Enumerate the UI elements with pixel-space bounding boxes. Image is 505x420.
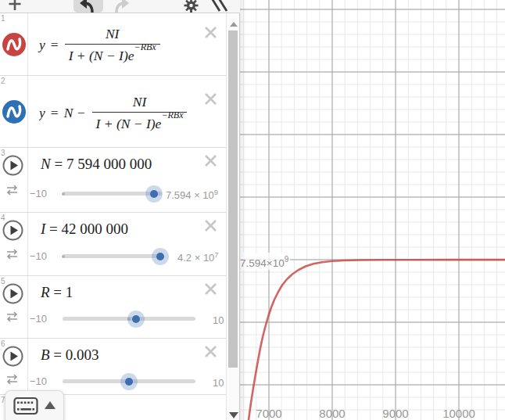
close-icon[interactable] bbox=[203, 92, 218, 106]
slider-variable: R bbox=[41, 284, 50, 300]
scrollbar-up-icon[interactable] bbox=[230, 22, 238, 27]
loop-direction-icon[interactable] bbox=[5, 311, 20, 322]
slider-max-base: 10 bbox=[213, 314, 224, 326]
curve-style-icon-red[interactable] bbox=[2, 33, 26, 56]
graph-grid bbox=[240, 0, 505, 420]
slider-min-label[interactable]: −10 bbox=[30, 250, 47, 262]
slider-max-base: 4.2 × 10 bbox=[177, 252, 214, 264]
equation-1[interactable]: y = NI I + (N − I)e−RBx bbox=[39, 21, 160, 68]
y-axis-tick-label: 7.594×109 bbox=[238, 253, 290, 270]
slider-expression[interactable]: I = 42 000 000 bbox=[41, 221, 128, 238]
slider-variable: N bbox=[41, 156, 51, 172]
slider-equals: = bbox=[49, 221, 58, 237]
slider-row: 3 N = 7 594 000 000 −10 7.594 × 109 bbox=[0, 148, 226, 213]
eq-denominator: I + (N − I)e−RBx bbox=[65, 44, 160, 64]
redo-icon[interactable] bbox=[112, 0, 129, 13]
expression-icon-column bbox=[0, 213, 28, 275]
slider-max-label[interactable]: 4.2 × 107 bbox=[177, 250, 219, 264]
slider-max-base: 7.594 × 10 bbox=[166, 189, 214, 201]
slider-max-exponent: 7 bbox=[214, 250, 218, 259]
expression-icon-column bbox=[0, 13, 28, 75]
expression-icon-column bbox=[0, 339, 28, 394]
play-icon[interactable] bbox=[2, 155, 23, 176]
eq-fraction: NI I + (N − I)e−RBx bbox=[92, 94, 188, 132]
equation-2[interactable]: y = N − NI I + (N − I)e−RBx bbox=[39, 88, 198, 137]
eq-denominator-base: I + (N − I)e bbox=[69, 47, 134, 63]
eq-equals: = bbox=[51, 37, 59, 53]
expression-row: 2 y = N − NI I + (N − I)e−RBx bbox=[0, 76, 226, 148]
slider-value: 7 594 000 000 bbox=[66, 156, 152, 172]
logistic-curve[interactable] bbox=[249, 260, 505, 420]
undo-icon bbox=[80, 0, 97, 13]
slider-handle[interactable] bbox=[125, 378, 133, 386]
slider-track[interactable] bbox=[63, 254, 163, 258]
slider-zero-marker bbox=[62, 192, 65, 196]
y-axis-tick-base: 7.594×10 bbox=[240, 257, 285, 269]
close-icon[interactable] bbox=[203, 153, 218, 168]
close-icon[interactable] bbox=[203, 344, 218, 359]
x-axis-tick-label: 8000 bbox=[307, 407, 357, 420]
slider-handle[interactable] bbox=[156, 253, 164, 260]
eq-denominator: I + (N − I)e−RBx bbox=[92, 112, 188, 132]
keyboard-icon[interactable] bbox=[13, 397, 38, 415]
slider-max-label[interactable]: 10 bbox=[213, 375, 224, 389]
hide-panel-icon[interactable] bbox=[208, 0, 228, 13]
slider-equals: = bbox=[53, 346, 62, 363]
expression-row: 1 y = NI I + (N − I)e−RBx bbox=[0, 13, 226, 76]
slider-expression[interactable]: B = 0.003 bbox=[41, 346, 99, 364]
loop-direction-icon[interactable] bbox=[5, 185, 20, 196]
slider-max-label[interactable]: 7.594 × 109 bbox=[166, 188, 218, 201]
keyboard-popup bbox=[5, 390, 64, 420]
curve-style-icon-blue[interactable] bbox=[2, 100, 26, 124]
play-icon[interactable] bbox=[2, 220, 23, 241]
graph-canvas[interactable]: 7000 8000 9000 10000 bbox=[240, 0, 505, 420]
slider-variable: I bbox=[41, 221, 45, 237]
slider-expression[interactable]: N = 7 594 000 000 bbox=[41, 156, 152, 173]
slider-expression[interactable]: R = 1 bbox=[41, 284, 73, 301]
scrollbar-thumb[interactable] bbox=[228, 31, 238, 368]
slider-max-base: 10 bbox=[213, 377, 224, 389]
close-icon[interactable] bbox=[203, 25, 218, 40]
slider-variable: B bbox=[41, 346, 50, 363]
undo-button[interactable] bbox=[73, 0, 103, 13]
y-axis-tick-exponent: 9 bbox=[285, 255, 289, 264]
play-icon[interactable] bbox=[2, 346, 23, 367]
collapse-keyboard-icon[interactable] bbox=[45, 401, 56, 409]
slider-zero-marker bbox=[62, 255, 65, 258]
eq-lhs: y bbox=[39, 105, 45, 121]
slider-row: 6 B = 0.003 −10 10 bbox=[0, 339, 226, 395]
slider-min-label[interactable]: −10 bbox=[30, 375, 47, 387]
x-axis-tick-label: 10000 bbox=[434, 407, 484, 420]
close-icon[interactable] bbox=[203, 282, 218, 296]
eq-denominator-base: I + (N − I)e bbox=[96, 115, 162, 131]
slider-min-label[interactable]: −10 bbox=[30, 313, 47, 325]
slider-equals: = bbox=[53, 284, 62, 300]
slider-row: 5 R = 1 −10 10 bbox=[0, 276, 226, 339]
expression-icon-column bbox=[0, 148, 28, 212]
scrollbar-down-icon[interactable] bbox=[229, 412, 238, 418]
close-icon[interactable] bbox=[203, 218, 218, 233]
eq-numerator: NI bbox=[130, 94, 150, 112]
x-axis-tick-label: 7000 bbox=[244, 407, 294, 420]
x-axis-tick-label: 9000 bbox=[371, 407, 421, 420]
loop-direction-icon[interactable] bbox=[5, 249, 20, 260]
add-expression-icon[interactable] bbox=[7, 0, 23, 13]
slider-handle[interactable] bbox=[132, 315, 140, 323]
expression-icon-column bbox=[0, 276, 28, 338]
slider-value: 1 bbox=[66, 284, 73, 300]
eq-equals: = bbox=[51, 105, 59, 121]
eq-numerator: NI bbox=[102, 26, 123, 44]
slider-min-label[interactable]: −10 bbox=[30, 188, 47, 199]
desmos-app: 7000 8000 9000 10000 7.594×109 bbox=[0, 0, 505, 420]
panel-scrollbar[interactable] bbox=[226, 13, 239, 420]
play-icon[interactable] bbox=[2, 283, 23, 304]
slider-value: 42 000 000 bbox=[62, 221, 129, 237]
eq-denominator-exponent: −RBx bbox=[161, 109, 183, 120]
expression-panel: 1 y = NI I + (N − I)e−RBx 2 bbox=[0, 0, 240, 420]
loop-direction-icon[interactable] bbox=[5, 374, 20, 385]
slider-max-label[interactable]: 10 bbox=[213, 313, 224, 326]
toolbar bbox=[0, 0, 240, 13]
gear-icon[interactable] bbox=[184, 0, 199, 13]
slider-equals: = bbox=[54, 156, 63, 172]
slider-handle[interactable] bbox=[150, 190, 158, 198]
